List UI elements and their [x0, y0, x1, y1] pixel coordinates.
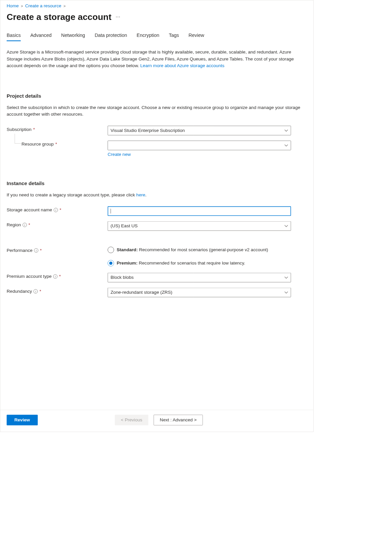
- breadcrumb-home[interactable]: Home: [7, 3, 19, 9]
- learn-more-link[interactable]: Learn more about Azure storage accounts: [140, 63, 224, 68]
- info-icon[interactable]: i: [54, 208, 58, 212]
- required-icon: *: [55, 142, 57, 147]
- storage-account-name-input[interactable]: [108, 206, 291, 216]
- previous-button: < Previous: [115, 415, 148, 425]
- chevron-down-icon: [284, 291, 288, 293]
- instance-details-heading: Instance details: [7, 180, 307, 186]
- tabs: Basics Advanced Networking Data protecti…: [7, 33, 307, 41]
- required-icon: *: [59, 207, 61, 213]
- tab-encryption[interactable]: Encryption: [137, 33, 159, 41]
- performance-standard-radio[interactable]: [108, 247, 114, 253]
- review-button[interactable]: Review: [7, 415, 38, 425]
- region-select[interactable]: (US) East US: [108, 221, 291, 231]
- required-icon: *: [40, 289, 41, 294]
- tab-data-protection[interactable]: Data protection: [95, 33, 127, 41]
- required-icon: *: [59, 274, 61, 279]
- performance-standard-label: Standard: Recommended for most scenarios…: [117, 247, 268, 253]
- create-new-link[interactable]: Create new: [108, 152, 131, 157]
- page-title: Create a storage account: [7, 12, 111, 22]
- breadcrumb-create-resource[interactable]: Create a resource: [25, 3, 61, 9]
- more-icon[interactable]: ⋯: [116, 14, 121, 20]
- redundancy-value: Zone-redundant storage (ZRS): [111, 290, 172, 295]
- info-icon[interactable]: i: [23, 223, 27, 227]
- chevron-down-icon: [284, 129, 288, 131]
- resource-group-label: Resource group: [22, 142, 54, 147]
- chevron-down-icon: [284, 276, 288, 278]
- instance-details-desc: If you need to create a legacy storage a…: [7, 191, 302, 198]
- tab-networking[interactable]: Networking: [61, 33, 85, 41]
- info-icon[interactable]: i: [53, 274, 57, 279]
- region-label: Region: [7, 222, 21, 228]
- chevron-right-icon: >: [21, 4, 23, 8]
- performance-premium-radio[interactable]: [108, 260, 114, 266]
- project-details-desc: Select the subscription in which to crea…: [7, 104, 302, 118]
- subscription-select[interactable]: Visual Studio Enterprise Subscription: [108, 126, 291, 135]
- breadcrumb: Home > Create a resource >: [7, 3, 307, 9]
- storage-account-name-label: Storage account name: [7, 207, 52, 213]
- subscription-value: Visual Studio Enterprise Subscription: [111, 128, 185, 133]
- resource-group-select[interactable]: [108, 141, 291, 150]
- info-icon[interactable]: i: [34, 289, 38, 293]
- tab-review[interactable]: Review: [188, 33, 204, 41]
- next-button[interactable]: Next : Advanced >: [154, 415, 203, 425]
- legacy-here-link[interactable]: here: [136, 192, 145, 197]
- tab-basics[interactable]: Basics: [7, 33, 21, 41]
- wizard-footer: Review < Previous Next : Advanced >: [0, 410, 313, 432]
- region-value: (US) East US: [111, 223, 138, 229]
- chevron-right-icon: >: [63, 4, 66, 8]
- info-icon[interactable]: i: [34, 248, 39, 253]
- instance-desc-suffix: .: [145, 192, 147, 197]
- required-icon: *: [29, 222, 30, 228]
- project-details-heading: Project details: [7, 93, 307, 99]
- premium-account-type-label: Premium account type: [7, 274, 51, 279]
- chevron-down-icon: [284, 225, 288, 227]
- performance-premium-label: Premium: Recommended for scenarios that …: [117, 261, 245, 266]
- chevron-down-icon: [284, 144, 288, 146]
- subscription-label: Subscription: [7, 127, 32, 132]
- required-icon: *: [33, 127, 35, 132]
- redundancy-label: Redundancy: [7, 289, 32, 294]
- required-icon: *: [40, 248, 42, 253]
- premium-account-type-select[interactable]: Block blobs: [108, 273, 291, 282]
- redundancy-select[interactable]: Zone-redundant storage (ZRS): [108, 288, 291, 297]
- tab-advanced[interactable]: Advanced: [30, 33, 51, 41]
- intro-text: Azure Storage is a Microsoft-managed ser…: [7, 49, 302, 69]
- tab-tags[interactable]: Tags: [169, 33, 179, 41]
- instance-desc-prefix: If you need to create a legacy storage a…: [7, 192, 136, 197]
- performance-label: Performance: [7, 248, 33, 253]
- premium-account-type-value: Block blobs: [111, 275, 134, 280]
